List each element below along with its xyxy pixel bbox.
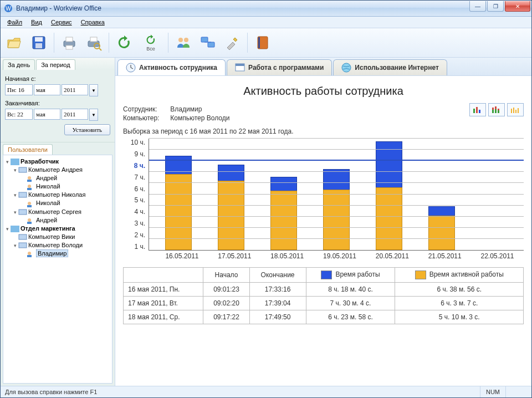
user-icon (26, 251, 35, 257)
tree-computer-volodi[interactable]: Компьютер Володи (28, 242, 83, 248)
left-pane: За день За период Начиная с: ▼ Заканчива… (1, 58, 115, 386)
svg-rect-33 (19, 243, 27, 248)
to-month-input[interactable] (34, 109, 60, 120)
statusbar: Для вызова справки нажмите F1 NUM (1, 386, 531, 397)
computer-icon (18, 192, 27, 198)
chart-type-bar-button[interactable] (469, 103, 486, 116)
tab-activity-label: Активность сотрудника (139, 64, 217, 72)
to-date-dropdown[interactable]: ▼ (89, 109, 98, 121)
tree-user-andrey2[interactable]: Андрей (36, 217, 57, 223)
svg-point-29 (28, 218, 31, 222)
refresh-all-button[interactable]: Все (138, 32, 163, 53)
user-icon (26, 217, 35, 224)
svg-rect-43 (476, 107, 478, 113)
from-year-input[interactable] (62, 84, 88, 95)
tab-period[interactable]: За период (36, 59, 75, 70)
status-num: NUM (480, 386, 505, 397)
window-title: Владимир - Workview Office (16, 4, 469, 12)
from-date-dropdown[interactable]: ▼ (89, 84, 98, 96)
svg-point-26 (28, 202, 31, 205)
svg-rect-15 (208, 42, 214, 47)
svg-rect-40 (236, 64, 244, 66)
col-active: Время активной работы (395, 268, 524, 283)
maximize-button[interactable]: ❐ (487, 1, 504, 12)
computer-icon (18, 242, 27, 249)
svg-point-34 (28, 252, 31, 255)
menu-view[interactable]: Вид (28, 18, 45, 27)
tree-computer-andrey[interactable]: Компьютер Андрея (28, 166, 83, 173)
status-resize-grip[interactable] (505, 386, 527, 397)
toolbar: Все (1, 28, 531, 58)
tab-internet[interactable]: Использование Интернет (333, 59, 447, 75)
menu-service[interactable]: Сервис (48, 18, 75, 27)
clock-icon (126, 63, 136, 73)
print-button[interactable] (59, 32, 80, 53)
col-start: Начало (203, 268, 249, 283)
minimize-button[interactable]: — (469, 1, 486, 12)
tree-user-nikolay[interactable]: Николай (36, 183, 60, 190)
activity-chart: 10 ч.9 ч.8 ч.7 ч.6 ч.5 ч.4 ч.3 ч.2 ч.1 ч… (123, 139, 524, 261)
group-icon (11, 226, 19, 232)
tab-programs-label: Работа с программами (248, 64, 324, 72)
tree-group-marketing[interactable]: Отдел маркетинга (21, 225, 75, 232)
print-preview-button[interactable] (83, 32, 104, 53)
main-tabs: Активность сотрудника Работа с программа… (115, 58, 531, 76)
from-month-input[interactable] (34, 84, 60, 95)
svg-line-11 (99, 48, 101, 50)
apply-button[interactable]: Установить (64, 124, 110, 135)
svg-rect-27 (27, 205, 32, 207)
status-hint: Для вызова справки нажмите F1 (5, 389, 97, 395)
chart-type-line-button[interactable] (507, 103, 524, 116)
svg-rect-48 (495, 106, 497, 109)
menu-file[interactable]: Файл (4, 18, 25, 27)
computers-button[interactable] (197, 32, 218, 53)
svg-rect-18 (258, 37, 260, 48)
svg-point-13 (184, 38, 188, 42)
svg-rect-6 (66, 37, 73, 42)
group-icon (11, 159, 19, 165)
main-pane: Активность сотрудника Работа с программа… (115, 58, 531, 386)
tab-activity[interactable]: Активность сотрудника (117, 59, 226, 75)
from-label: Начиная с: (5, 75, 110, 82)
svg-rect-3 (35, 37, 43, 42)
menubar: Файл Вид Сервис Справка (1, 17, 531, 28)
tree-computer-sergey[interactable]: Компьютер Сергея (28, 208, 81, 215)
users-button[interactable] (173, 32, 194, 53)
svg-point-41 (342, 63, 351, 72)
tree-user-vladimir[interactable]: Владимир (36, 249, 68, 257)
tree-user-andrey[interactable]: Андрей (36, 175, 57, 181)
close-button[interactable]: ✕ (505, 1, 530, 12)
from-date: ▼ (5, 84, 110, 96)
settings-button[interactable] (222, 32, 243, 53)
save-button[interactable] (28, 32, 49, 53)
to-year-input[interactable] (62, 109, 88, 120)
tree-computer-nikolay[interactable]: Компьютер Николая (28, 191, 85, 198)
from-day-input[interactable] (5, 84, 33, 95)
refresh-button[interactable] (114, 32, 135, 53)
col-date (124, 268, 203, 283)
svg-point-21 (28, 176, 31, 180)
to-day-input[interactable] (5, 109, 33, 120)
tab-day[interactable]: За день (3, 59, 35, 70)
menu-help[interactable]: Справка (78, 18, 108, 27)
users-tab[interactable]: Пользователи (3, 144, 53, 155)
computer-icon (18, 167, 27, 174)
help-button[interactable] (252, 32, 273, 53)
to-date: ▼ (5, 109, 110, 121)
svg-rect-9 (90, 37, 97, 42)
user-tree[interactable]: ▾Разработчик ▾Компьютер Андрея Андрей Ни… (3, 155, 112, 384)
svg-rect-32 (19, 234, 27, 239)
tab-programs[interactable]: Работа с программами (227, 59, 332, 75)
svg-rect-50 (498, 109, 499, 110)
svg-rect-35 (27, 255, 32, 257)
open-button[interactable] (4, 32, 25, 53)
chart-type-stacked-button[interactable] (488, 103, 505, 116)
tree-group-dev[interactable]: Разработчик (21, 158, 59, 165)
to-label: Заканчивая: (5, 100, 110, 106)
svg-rect-4 (35, 43, 42, 48)
tree-user-nikolay2[interactable]: Николай (36, 200, 60, 206)
employee-key: Сотрудник: (123, 105, 168, 113)
table-row: 17 мая 2011, Вт.09:02:2017:39:047 ч. 30 … (124, 297, 524, 310)
svg-rect-24 (27, 188, 32, 190)
tree-computer-viki[interactable]: Компьютер Вики (28, 233, 75, 240)
